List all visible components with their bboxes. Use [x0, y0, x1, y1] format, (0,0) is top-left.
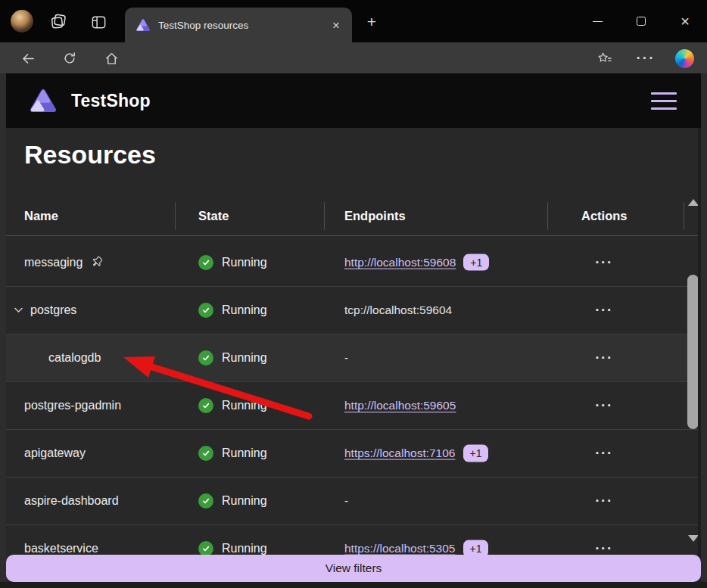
- running-check-icon: [198, 398, 213, 413]
- browser-tab-active[interactable]: TestShop resources ×: [125, 8, 352, 42]
- tab-title: TestShop resources: [158, 20, 329, 31]
- bottom-strip: [0, 582, 707, 588]
- running-check-icon: [198, 493, 213, 509]
- favorites-hub-icon[interactable]: [595, 48, 615, 68]
- resource-name: catalogdb: [48, 351, 101, 365]
- endpoint-text: tcp://localhost:59604: [344, 303, 452, 317]
- testshop-logo-icon: [29, 88, 58, 114]
- row-actions-button[interactable]: ···: [595, 354, 612, 362]
- minimize-icon: [593, 21, 603, 22]
- running-check-icon: [198, 350, 213, 366]
- minimize-button[interactable]: [581, 11, 613, 32]
- endpoint-count-badge[interactable]: +1: [463, 445, 489, 462]
- table-row[interactable]: catalogdb Running - ···: [6, 334, 701, 381]
- state-label: Running: [222, 494, 267, 508]
- view-filters-button[interactable]: View filters: [6, 555, 701, 582]
- window-edge: [698, 128, 701, 588]
- resource-name: postgres: [30, 303, 76, 317]
- table-row[interactable]: postgres-pgadmin Running http://localhos…: [6, 381, 701, 429]
- app-header: TestShop: [6, 73, 701, 128]
- endpoint-link[interactable]: http://localhost:59605: [344, 399, 456, 412]
- tab-strip: TestShop resources × + ×: [0, 0, 707, 42]
- state-label: Running: [222, 542, 267, 555]
- col-name: Name: [24, 208, 58, 222]
- profile-avatar[interactable]: [11, 10, 33, 33]
- page-title: Resources: [24, 140, 156, 170]
- page-body: TestShop Resources Name State Endpoints …: [0, 73, 707, 588]
- table-row[interactable]: messaging Running http://localhost:59608…: [6, 238, 701, 286]
- maximize-button[interactable]: [625, 11, 657, 32]
- back-button[interactable]: [18, 48, 38, 68]
- col-state: State: [198, 208, 229, 222]
- resource-name: apigateway: [24, 446, 86, 460]
- browser-window: TestShop resources × + ×: [0, 0, 707, 588]
- scrollbar-up-arrow[interactable]: [688, 199, 699, 206]
- scrollbar-down-arrow[interactable]: [688, 535, 699, 542]
- running-check-icon: [198, 255, 213, 270]
- running-check-icon: [198, 446, 213, 461]
- state-label: Running: [222, 303, 267, 317]
- row-actions-button[interactable]: ···: [595, 450, 612, 457]
- resource-name: messaging: [24, 256, 83, 269]
- close-tab-icon[interactable]: ×: [329, 17, 343, 33]
- row-actions-button[interactable]: ···: [595, 497, 612, 505]
- toolbar-more-button[interactable]: ···: [636, 48, 656, 68]
- table-row[interactable]: apigateway Running https://localhost:710…: [6, 429, 701, 477]
- hamburger-menu-icon[interactable]: [648, 89, 680, 113]
- resources-panel: Resources Name State Endpoints Actions m…: [6, 128, 701, 588]
- endpoint-text: -: [344, 351, 348, 365]
- row-actions-button[interactable]: ···: [595, 402, 612, 409]
- endpoint-text: -: [344, 494, 348, 508]
- col-endpoints: Endpoints: [344, 208, 406, 222]
- running-check-icon: [198, 303, 213, 318]
- running-check-icon: [198, 541, 213, 556]
- home-button[interactable]: [101, 48, 121, 68]
- row-actions-button[interactable]: ···: [595, 306, 612, 314]
- tab-actions-icon[interactable]: [89, 12, 108, 32]
- resource-name: aspire-dashboard: [24, 494, 119, 508]
- endpoint-link[interactable]: https://localhost:7106: [344, 446, 456, 460]
- browser-toolbar: https://localhost:15887 ···: [0, 42, 707, 73]
- row-actions-button[interactable]: ···: [595, 259, 612, 266]
- table-row[interactable]: aspire-dashboard Running - ···: [6, 477, 701, 524]
- table-header: Name State Endpoints Actions: [6, 195, 701, 236]
- endpoint-link[interactable]: https://localhost:5305: [344, 542, 456, 555]
- app-brand: TestShop: [71, 91, 151, 111]
- favicon-testshop: [135, 18, 151, 32]
- workspaces-icon[interactable]: [48, 12, 68, 32]
- resource-name: postgres-pgadmin: [24, 399, 121, 412]
- endpoint-count-badge[interactable]: +1: [463, 254, 489, 271]
- state-label: Running: [222, 446, 267, 460]
- maximize-icon: [637, 17, 646, 26]
- col-actions: Actions: [581, 208, 628, 222]
- pin-icon: [90, 256, 103, 269]
- ellipsis-icon: ···: [637, 50, 656, 67]
- state-label: Running: [222, 399, 267, 412]
- endpoint-link[interactable]: http://localhost:59608: [344, 255, 456, 269]
- copilot-icon[interactable]: [674, 48, 694, 68]
- refresh-button[interactable]: [60, 48, 79, 68]
- scrollbar-thumb[interactable]: [687, 275, 699, 429]
- close-window-button[interactable]: ×: [669, 11, 701, 32]
- resource-name: basketservice: [24, 542, 98, 555]
- state-label: Running: [222, 256, 267, 269]
- row-actions-button[interactable]: ···: [595, 545, 612, 552]
- chevron-down-icon[interactable]: [14, 307, 23, 314]
- new-tab-button[interactable]: +: [362, 12, 382, 32]
- table-row[interactable]: postgres Running tcp://localhost:59604 ·…: [6, 286, 701, 334]
- state-label: Running: [222, 351, 267, 365]
